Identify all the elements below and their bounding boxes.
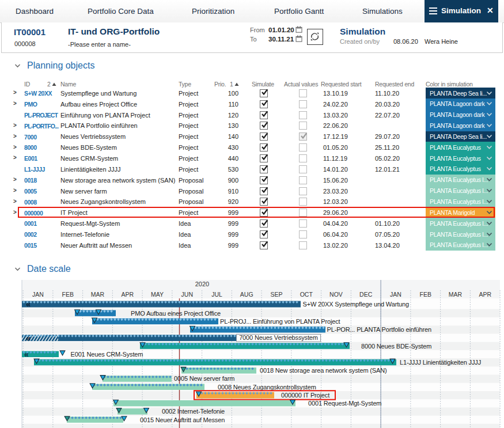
svg-text:0008 Neues Zugangskontrollsyst: 0008 Neues Zugangskontrollsystem (218, 384, 316, 391)
svg-text:000000 IT Project: 000000 IT Project (281, 392, 329, 399)
svg-text:2020: 2020 (195, 281, 209, 287)
svg-text:FEB: FEB (420, 291, 431, 298)
svg-text:JUL: JUL (211, 291, 222, 298)
svg-text:JUN: JUN (181, 291, 193, 298)
svg-text:7000 Neues Vertriebssystem: 7000 Neues Vertriebssystem (239, 334, 318, 341)
svg-text:PL-POR... PLANTA Portfolio ein: PL-POR... PLANTA Portfolio einführen (327, 326, 432, 333)
svg-text:APR: APR (121, 291, 134, 298)
svg-text:0002 Internet-Telefonie: 0002 Internet-Telefonie (162, 408, 225, 415)
svg-text:«: « (24, 350, 29, 359)
svg-text:0001 Request-Mgt-System: 0001 Request-Mgt-System (308, 400, 381, 407)
svg-text:0018 New storage area network: 0018 New storage area network system (SA… (260, 367, 387, 374)
svg-text:JAN: JAN (32, 291, 44, 298)
svg-text:NOV: NOV (329, 291, 343, 298)
svg-text:«: « (26, 299, 31, 309)
svg-text:8000 Neues BDE-System: 8000 Neues BDE-System (361, 343, 431, 350)
svg-text:AUG: AUG (240, 291, 253, 298)
svg-text:DEC: DEC (359, 291, 373, 298)
svg-text:APR: APR (479, 291, 491, 298)
svg-text:PL-PROJ... Einführung von PLAN: PL-PROJ... Einführung von PLANTA Project (220, 318, 340, 325)
svg-text:MAR: MAR (91, 291, 105, 298)
svg-text:«: « (26, 333, 31, 343)
svg-text:S+W 20XX Systempflege und Wart: S+W 20XX Systempflege und Wartung (303, 301, 410, 308)
svg-text:MAY: MAY (151, 291, 164, 298)
svg-text:FEB: FEB (62, 291, 74, 298)
svg-text:OCT: OCT (300, 291, 313, 298)
svg-text:MAR: MAR (449, 291, 463, 298)
svg-text:L1-JJJJ Linientätigkeiten JJJJ: L1-JJJJ Linientätigkeiten JJJJ (400, 359, 481, 366)
svg-text:SEP: SEP (270, 291, 282, 298)
svg-text:0015 Neuer Auftritt auf Messen: 0015 Neuer Auftritt auf Messen (140, 416, 225, 423)
svg-text:0005 New server farm: 0005 New server farm (174, 375, 234, 382)
svg-text:PMO Aufbau eines Project Offic: PMO Aufbau eines Project Office (131, 310, 221, 317)
svg-text:JAN: JAN (390, 291, 401, 298)
svg-text:E001 Neues CRM-System: E001 Neues CRM-System (71, 351, 143, 358)
